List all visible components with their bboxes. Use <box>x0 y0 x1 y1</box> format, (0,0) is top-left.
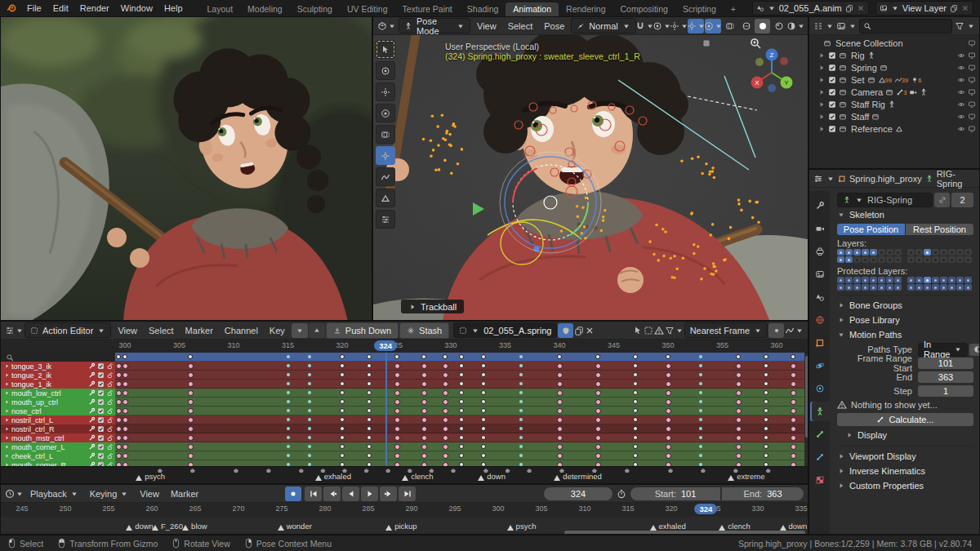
layer-toggle[interactable] <box>932 249 939 256</box>
keyframe[interactable] <box>791 408 796 414</box>
keyframe[interactable] <box>122 417 128 423</box>
keyframe[interactable] <box>764 372 768 377</box>
timeline-menu-playback[interactable]: Playback <box>24 488 84 500</box>
hide-viewport-icon[interactable] <box>957 100 965 109</box>
keyframe[interactable] <box>791 381 796 387</box>
layer-toggle[interactable] <box>878 284 885 291</box>
render-visibility-icon[interactable] <box>968 88 976 96</box>
layer-toggle[interactable] <box>853 249 861 256</box>
dope-menu-select[interactable]: Select <box>143 325 180 336</box>
keyframe[interactable] <box>394 390 400 396</box>
keyframe[interactable] <box>340 453 345 458</box>
keyframe[interactable] <box>595 426 601 432</box>
current-frame-line[interactable] <box>385 353 387 469</box>
driver-icon[interactable] <box>88 389 96 397</box>
keyframe[interactable] <box>595 444 601 450</box>
keyframe[interactable] <box>394 399 400 405</box>
keyframe[interactable] <box>699 364 702 367</box>
keyframe[interactable] <box>481 453 486 458</box>
viewport-menu-view[interactable]: View <box>471 20 502 32</box>
field-value-1[interactable]: 363 <box>918 371 973 383</box>
keyframe[interactable] <box>340 354 345 359</box>
keyframe[interactable] <box>116 381 122 387</box>
expand-icon[interactable] <box>817 88 826 96</box>
current-frame-indicator[interactable]: 324 <box>694 504 717 514</box>
channel-cheek_ctrl_L[interactable]: cheek_ctrl_L <box>1 451 115 460</box>
keyframe[interactable] <box>340 444 345 449</box>
layer-toggle[interactable] <box>837 249 844 256</box>
keyframe[interactable] <box>122 354 127 359</box>
keyframe[interactable] <box>557 444 563 450</box>
keyframe[interactable] <box>122 444 128 450</box>
keyframe[interactable] <box>699 436 702 439</box>
layer-toggle[interactable] <box>956 249 964 256</box>
overlays-toggle[interactable] <box>705 19 721 33</box>
hide-viewport-icon[interactable] <box>957 113 965 121</box>
keyframe[interactable] <box>188 399 194 405</box>
keyframe[interactable] <box>287 391 290 394</box>
keyframe[interactable] <box>421 390 427 396</box>
lock-icon[interactable] <box>106 434 114 442</box>
pose-marker[interactable] <box>506 469 510 473</box>
action-name-field[interactable]: 02_055_A.spring <box>453 322 557 338</box>
keyframe[interactable] <box>481 399 486 404</box>
workspace-tab-texture-paint[interactable]: Texture Paint <box>395 2 460 16</box>
tool-cursor-button[interactable] <box>376 61 395 80</box>
rest-position-button[interactable]: Rest Position <box>906 224 973 235</box>
keyframe[interactable] <box>481 381 486 386</box>
keyframe[interactable] <box>122 381 128 387</box>
workspace-tab-layout[interactable]: Layout <box>200 2 241 16</box>
layer-toggle[interactable] <box>907 284 915 291</box>
channel-mouth_corner_L[interactable]: mouth_corner_L <box>1 442 115 451</box>
keyframe[interactable] <box>764 444 768 449</box>
tab-view-layer[interactable] <box>810 264 830 284</box>
tab-bone[interactable] <box>810 424 830 444</box>
marker-extreme[interactable]: extreme <box>728 472 764 481</box>
keyframe[interactable] <box>122 435 128 441</box>
new-view-layer-icon[interactable] <box>950 4 958 12</box>
keyframe[interactable] <box>122 363 128 369</box>
push-down-button[interactable]: Push Down <box>326 322 399 339</box>
previous-frame-button[interactable] <box>342 487 359 501</box>
outliner-row-spring[interactable]: Spring <box>809 61 979 73</box>
driver-icon[interactable] <box>88 362 96 370</box>
pose-marker[interactable] <box>701 469 706 473</box>
channel-tongue_3_ik[interactable]: tongue_3_ik <box>1 362 115 371</box>
scene-selector[interactable]: 02_055_A.anim <box>752 1 869 16</box>
keyframe[interactable] <box>699 418 702 421</box>
keyframe[interactable] <box>287 445 290 448</box>
keyframe[interactable] <box>122 408 128 414</box>
outliner-row-rig[interactable]: Rig <box>809 49 979 61</box>
3d-viewport[interactable]: Pose Mode ViewSelectPose Normal <box>372 16 808 321</box>
keyframe[interactable] <box>557 381 563 387</box>
layer-toggle[interactable] <box>948 256 956 263</box>
layer-toggle[interactable] <box>915 277 923 283</box>
layer-toggle[interactable] <box>837 256 844 263</box>
keyframe[interactable] <box>421 372 427 378</box>
tool-annotate-button[interactable] <box>376 167 395 186</box>
keyframe[interactable] <box>699 400 702 403</box>
panel-pose-library[interactable]: Pose Library <box>837 313 973 327</box>
keyframe[interactable] <box>340 363 345 368</box>
layer-toggle[interactable] <box>845 284 853 291</box>
lock-icon[interactable] <box>106 371 114 379</box>
timeline-menu-view[interactable]: View <box>134 488 165 500</box>
dope-menu-key[interactable]: Key <box>264 325 291 336</box>
outliner-row-scene-collection[interactable]: Scene Collection <box>809 37 979 49</box>
keyframe[interactable] <box>764 426 768 431</box>
keyframe[interactable] <box>595 408 601 414</box>
panel-viewport-display[interactable]: Viewport Display <box>837 449 973 464</box>
proportional-edit-toggle[interactable] <box>768 323 784 338</box>
workspace-tab-rendering[interactable]: Rendering <box>559 2 612 16</box>
keyframe[interactable] <box>764 408 768 413</box>
keyframe[interactable] <box>421 435 427 441</box>
outliner-row-staff[interactable]: Staff <box>809 110 979 122</box>
keyframe[interactable] <box>287 409 290 412</box>
layer-toggle[interactable] <box>845 249 853 256</box>
keyframe[interactable] <box>116 354 121 359</box>
layer-toggle[interactable] <box>932 256 939 263</box>
tab-bone-constraints[interactable] <box>810 447 830 467</box>
keyframe[interactable] <box>394 381 400 387</box>
channel-enable-checkbox[interactable] <box>97 380 105 388</box>
render-visibility-icon[interactable] <box>968 113 976 121</box>
